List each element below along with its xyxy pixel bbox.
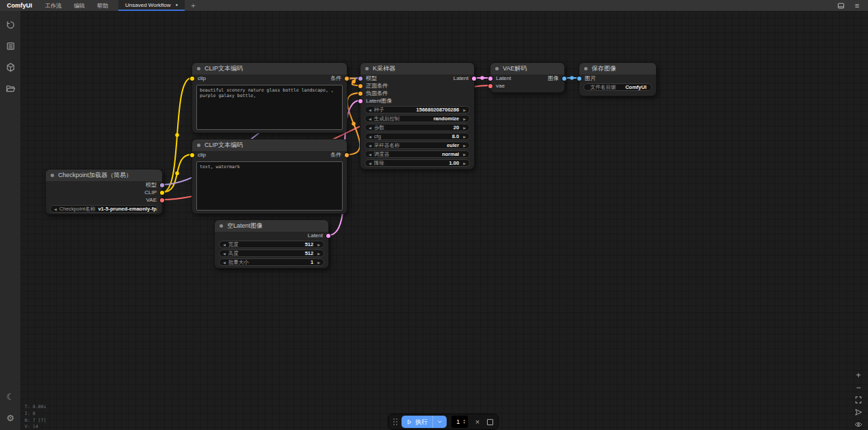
- node-title-bar[interactable]: K采样器: [360, 63, 474, 75]
- denoise-widget[interactable]: ◀ 降噪 1.00 ▶: [365, 159, 470, 167]
- node-title-bar[interactable]: 空Latent图像: [215, 220, 328, 232]
- positive-input-port[interactable]: [358, 84, 363, 88]
- prompt-textarea[interactable]: text, watermark: [196, 161, 343, 211]
- count-down-icon[interactable]: ▼: [463, 422, 466, 425]
- run-button[interactable]: 执行: [402, 416, 447, 428]
- control-after-generate-widget[interactable]: ◀ 生成后控制 randomize ▶: [365, 115, 470, 122]
- image-input-port[interactable]: [577, 77, 581, 81]
- image-output-port[interactable]: [562, 77, 566, 81]
- hamburger-menu-icon[interactable]: ≡: [853, 1, 861, 10]
- collapse-dot-icon[interactable]: [220, 224, 223, 228]
- widget-left-arrow-icon[interactable]: ◀: [369, 117, 371, 121]
- model-output-port[interactable]: [160, 183, 164, 187]
- port-row: 负面条件: [360, 90, 474, 97]
- widget-right-arrow-icon[interactable]: ▶: [317, 260, 320, 265]
- prompt-textarea[interactable]: beautiful scenery nature glass bottle la…: [196, 85, 343, 130]
- model-input-port[interactable]: [358, 77, 363, 81]
- widget-left-arrow-icon[interactable]: ◀: [369, 126, 371, 130]
- node-title-bar[interactable]: VAE解码: [490, 63, 564, 75]
- interrupt-button[interactable]: ×: [473, 418, 482, 426]
- settings-gear-icon[interactable]: ⚙: [5, 412, 16, 423]
- filename-prefix-widget[interactable]: 文件名前缀 ComfyUI: [583, 83, 652, 91]
- collapse-dot-icon[interactable]: [495, 67, 499, 70]
- widget-left-arrow-icon[interactable]: ◀: [223, 243, 226, 247]
- widget-right-arrow-icon[interactable]: ▶: [317, 243, 320, 247]
- node-ksampler[interactable]: K采样器 模型 Latent 正面条件 负面条件 Latent图像 ◀ 种子 1…: [360, 62, 475, 170]
- height-widget[interactable]: ◀ 高度 512 ▶: [219, 250, 324, 257]
- vae-output-port[interactable]: [160, 198, 164, 202]
- widget-right-arrow-icon[interactable]: ▶: [317, 252, 320, 256]
- conditioning-output-port[interactable]: [345, 77, 349, 81]
- node-title: CLIP文本编码: [205, 64, 243, 73]
- select-mode-button[interactable]: [854, 408, 863, 416]
- node-clip-text-encode-positive[interactable]: CLIP文本编码 clip 条件 beautiful scenery natur…: [192, 62, 347, 133]
- zoom-out-button[interactable]: −: [854, 384, 863, 392]
- clear-queue-button[interactable]: [487, 419, 493, 425]
- history-icon[interactable]: [5, 19, 16, 30]
- toggle-visibility-eye-icon[interactable]: [854, 420, 863, 429]
- clip-output-port[interactable]: [160, 191, 164, 195]
- widget-left-arrow-icon[interactable]: ◀: [369, 135, 371, 139]
- fit-view-button[interactable]: [854, 396, 863, 404]
- clip-input-port[interactable]: [190, 77, 194, 81]
- queue-icon[interactable]: [5, 40, 16, 51]
- theme-toggle-moon-icon[interactable]: ☾: [5, 391, 16, 402]
- widget-right-arrow-icon[interactable]: ▶: [463, 144, 466, 148]
- sampler-name-widget[interactable]: ◀ 采样器名称 euler ▶: [365, 142, 470, 149]
- checkpoint-name-widget[interactable]: ◀ Checkpoint名称 v1-5-pruned-emaonly-fp...…: [50, 205, 158, 213]
- vae-input-port[interactable]: [488, 84, 492, 88]
- node-title-bar[interactable]: Checkpoint加载器（简易）: [46, 170, 162, 181]
- node-title-bar[interactable]: CLIP文本编码: [192, 63, 347, 75]
- widget-right-arrow-icon[interactable]: ▶: [463, 117, 466, 121]
- widget-right-arrow-icon[interactable]: ▶: [463, 152, 466, 157]
- node-clip-text-encode-negative[interactable]: CLIP文本编码 clip 条件 text, watermark: [192, 139, 347, 214]
- widget-right-arrow-icon[interactable]: ▶: [463, 126, 466, 130]
- collapse-dot-icon[interactable]: [197, 144, 200, 147]
- menu-edit[interactable]: 编辑: [68, 0, 91, 11]
- widget-right-arrow-icon[interactable]: ▶: [463, 161, 466, 165]
- clip-input-port[interactable]: [190, 153, 194, 157]
- collapse-dot-icon[interactable]: [197, 67, 200, 70]
- widget-left-arrow-icon[interactable]: ◀: [54, 207, 57, 211]
- collapse-dot-icon[interactable]: [51, 174, 54, 177]
- widget-right-arrow-icon[interactable]: ▶: [463, 108, 466, 112]
- seed-widget[interactable]: ◀ 种子 156680208700286 ▶: [365, 106, 470, 113]
- zoom-in-button[interactable]: +: [854, 371, 863, 379]
- batch-size-widget[interactable]: ◀ 批量大小 1 ▶: [219, 258, 324, 266]
- model-library-icon[interactable]: [5, 62, 16, 72]
- cfg-widget[interactable]: ◀ cfg 8.0 ▶: [365, 133, 470, 140]
- width-widget[interactable]: ◀ 宽度 512 ▶: [219, 241, 324, 248]
- widget-right-arrow-icon[interactable]: ▶: [463, 135, 466, 139]
- node-save-image[interactable]: 保存图像 图片 文件名前缀 ComfyUI: [579, 62, 657, 96]
- conditioning-output-port[interactable]: [345, 153, 349, 157]
- latent-output-port[interactable]: [472, 77, 476, 81]
- scheduler-widget[interactable]: ◀ 调度器 normal ▶: [365, 150, 470, 158]
- node-empty-latent-image[interactable]: 空Latent图像 Latent ◀ 宽度 512 ▶ ◀ 高度 512 ▶ ◀…: [214, 219, 329, 269]
- widget-left-arrow-icon[interactable]: ◀: [369, 152, 371, 157]
- widget-left-arrow-icon[interactable]: ◀: [369, 108, 371, 112]
- latent-image-input-port[interactable]: [358, 99, 363, 103]
- batch-count-stepper[interactable]: 1 ▲ ▼: [451, 416, 468, 428]
- node-vae-decode[interactable]: VAE解码 Latent 图像 vae: [490, 62, 565, 93]
- node-title-bar[interactable]: 保存图像: [579, 63, 656, 75]
- workflow-tab[interactable]: Unsaved Workflow ●: [118, 0, 185, 11]
- widget-left-arrow-icon[interactable]: ◀: [369, 144, 371, 148]
- menu-workflow[interactable]: 工作流: [39, 0, 68, 11]
- new-workflow-button[interactable]: +: [185, 0, 201, 11]
- latent-output-port[interactable]: [326, 234, 330, 238]
- collapse-dot-icon[interactable]: [365, 67, 369, 70]
- collapse-dot-icon[interactable]: [584, 67, 588, 70]
- drag-handle[interactable]: [393, 418, 395, 420]
- panel-toggle-icon[interactable]: [837, 1, 845, 10]
- widget-left-arrow-icon[interactable]: ◀: [223, 252, 226, 256]
- run-options-dropdown[interactable]: [432, 416, 447, 428]
- latent-input-port[interactable]: [488, 77, 492, 81]
- workflows-folder-icon[interactable]: [5, 83, 16, 94]
- menu-help[interactable]: 帮助: [91, 0, 114, 11]
- widget-left-arrow-icon[interactable]: ◀: [369, 161, 371, 165]
- node-checkpoint-loader[interactable]: Checkpoint加载器（简易） 模型 CLIP VAE ◀ Checkpoi…: [45, 169, 163, 215]
- steps-widget[interactable]: ◀ 步数 20 ▶: [365, 124, 470, 131]
- node-title-bar[interactable]: CLIP文本编码: [192, 139, 347, 151]
- widget-left-arrow-icon[interactable]: ◀: [223, 260, 226, 265]
- negative-input-port[interactable]: [358, 92, 363, 96]
